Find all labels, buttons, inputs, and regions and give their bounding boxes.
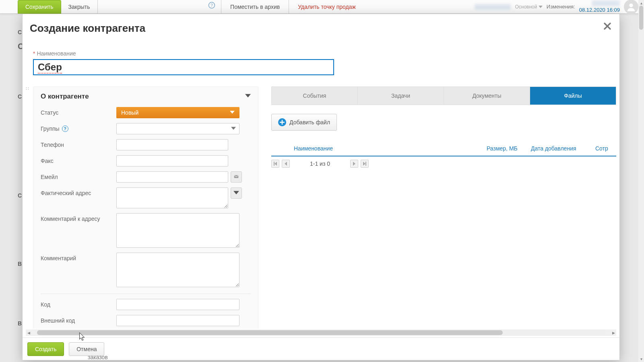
scroll-down-icon: ▾ [638, 357, 644, 361]
help-icon[interactable]: ? [62, 125, 68, 132]
scroll-thumb[interactable] [37, 330, 503, 335]
pager-prev-button[interactable] [282, 160, 290, 168]
code-input[interactable] [116, 299, 239, 310]
create-button[interactable]: Создать [27, 342, 64, 356]
account-selector[interactable]: Основной [515, 4, 542, 10]
tab-label: Документы [472, 93, 501, 99]
app-topbar: Сохранить Закрыть ? Поместить в архив Уд… [0, 0, 644, 14]
groups-select[interactable] [116, 123, 239, 134]
groups-label: Группы? [41, 123, 116, 132]
modal-body: *Наименование Сбер ∷ О контрагенте Стату… [26, 42, 616, 329]
add-file-button[interactable]: Добавить файл [271, 114, 337, 131]
tab-label: Задачи [391, 93, 410, 99]
chevron-down-icon [245, 93, 251, 101]
account-selector-label: Основной [515, 4, 537, 10]
last-icon [363, 160, 367, 167]
extcode-label: Внешний код [41, 315, 116, 324]
close-button[interactable]: Закрыть [61, 0, 98, 14]
col-name[interactable]: Наименование [291, 141, 483, 156]
col-date[interactable]: Дата добавления [528, 141, 592, 156]
scroll-left-icon: ◂ [26, 330, 31, 335]
tab-files[interactable]: Файлы [530, 87, 616, 105]
changes-label: Изменения: [547, 4, 575, 10]
comment-textarea[interactable] [116, 253, 239, 287]
phone-input[interactable] [116, 139, 228, 150]
tab-label: События [303, 93, 326, 99]
help-button[interactable]: ? [202, 0, 221, 14]
user-name-blur [475, 4, 511, 10]
col-size[interactable]: Размер, МБ [483, 141, 528, 156]
status-select[interactable]: Новый [116, 107, 239, 118]
close-label: Закрыть [68, 0, 90, 14]
pager-count: 1-1 из 0 [292, 160, 348, 167]
fax-label: Факс [41, 155, 116, 164]
horizontal-scrollbar[interactable]: ◂ ▸ [26, 329, 616, 336]
address-label: Фактический адрес [41, 187, 116, 196]
fax-input[interactable] [116, 155, 228, 167]
col-label: Сотр [595, 145, 608, 152]
save-button[interactable]: Сохранить [18, 0, 61, 14]
groups-label-text: Группы [41, 125, 60, 132]
tab-events[interactable]: События [272, 87, 358, 105]
address-textarea[interactable] [116, 187, 228, 208]
next-icon [352, 160, 356, 167]
topbar-right: Основной Изменения: 08.12.2020 16:09 [469, 0, 644, 14]
addr-comment-textarea[interactable] [116, 213, 239, 248]
pager: 1-1 из 0 [271, 156, 616, 171]
divider [41, 294, 251, 294]
archive-label: Поместить в архив [230, 0, 280, 14]
about-panel-header[interactable]: О контрагенте [33, 87, 258, 105]
plus-circle-icon [278, 118, 286, 126]
svg-text:?: ? [211, 2, 213, 7]
col-emp[interactable]: Сотр [592, 141, 616, 156]
pager-next-button[interactable] [350, 160, 358, 168]
chevron-down-icon [231, 125, 236, 132]
extcode-input[interactable] [116, 315, 239, 326]
scroll-up-icon: ▴ [638, 1, 644, 5]
avatar[interactable] [624, 0, 638, 14]
archive-button[interactable]: Поместить в архив [221, 0, 289, 14]
tab-documents[interactable]: Документы [444, 87, 530, 105]
phone-label: Телефон [41, 139, 116, 148]
page-scrollbar[interactable]: ▴ ▾ [638, 0, 644, 362]
email-input[interactable] [116, 171, 228, 183]
create-label: Создать [35, 346, 56, 352]
status-value: Новый [121, 109, 138, 116]
chevron-down-icon [233, 190, 239, 197]
name-input[interactable]: Сбер [33, 59, 334, 75]
comment-label: Комментарий [41, 253, 116, 261]
bg-text: заказов [88, 354, 108, 360]
first-icon [273, 160, 277, 167]
delete-button[interactable]: Удалить точку продаж [289, 0, 365, 14]
tab-label: Файлы [564, 93, 582, 99]
add-file-label: Добавить файл [289, 119, 330, 125]
send-email-button[interactable] [231, 171, 242, 183]
scroll-track[interactable] [37, 330, 605, 335]
chevron-down-icon [230, 109, 235, 116]
status-label: Статус [41, 107, 116, 116]
scroll-thumb[interactable] [639, 6, 643, 30]
mail-icon [233, 174, 239, 181]
name-label: *Наименование [33, 50, 609, 57]
name-label-text: Наименование [37, 50, 76, 57]
drag-handle-icon[interactable]: ∷ [26, 86, 30, 91]
files-table: Наименование Размер, МБ Дата добавления … [271, 141, 616, 156]
modal-close-button[interactable] [603, 21, 612, 32]
modal-create-counterparty: Создание контрагента *Наименование Сбер … [22, 14, 620, 360]
required-star: * [33, 50, 35, 57]
tabs: События Задачи Документы Файлы [271, 86, 616, 105]
pager-last-button[interactable] [361, 160, 369, 168]
pager-first-button[interactable] [271, 160, 279, 168]
address-dropdown-button[interactable] [231, 187, 242, 199]
modal-footer: Создать Отмена [23, 337, 619, 360]
help-icon: ? [208, 0, 215, 14]
col-check[interactable] [271, 141, 291, 156]
code-label: Код [41, 299, 116, 308]
changes-user-blur [592, 0, 620, 6]
scroll-right-icon: ▸ [611, 330, 616, 335]
tab-tasks[interactable]: Задачи [358, 87, 444, 105]
email-label: Емейл [41, 171, 116, 180]
col-label: Дата добавления [531, 145, 576, 152]
right-panel: События Задачи Документы Файлы Добавить … [271, 86, 616, 329]
modal-title: Создание контрагента [23, 14, 619, 39]
